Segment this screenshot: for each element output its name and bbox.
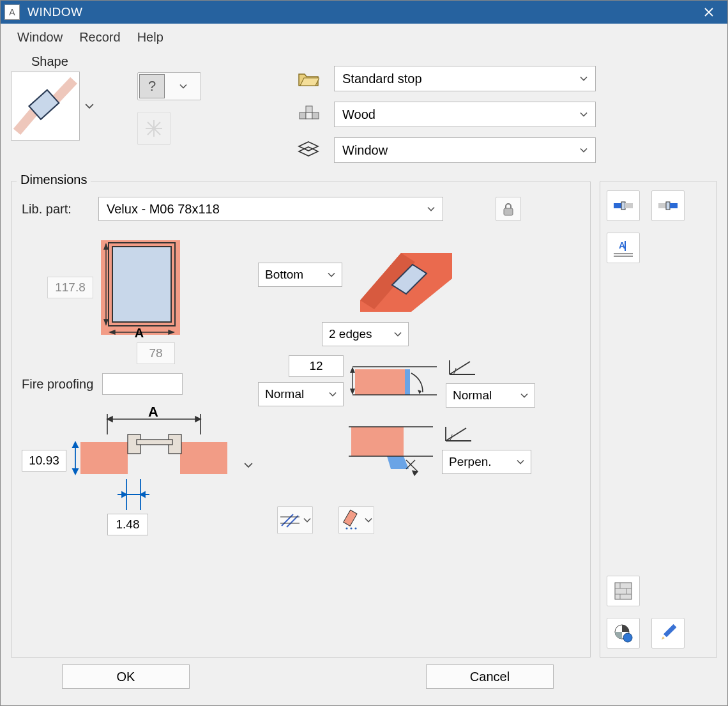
svg-rect-54 (625, 203, 633, 208)
svg-marker-71 (662, 636, 665, 640)
svg-marker-49 (387, 456, 409, 469)
chevron-down-icon (329, 392, 337, 397)
menubar: Window Record Help (1, 24, 727, 50)
chevron-down-icon (85, 103, 94, 109)
svg-rect-11 (504, 208, 513, 215)
edge-mode1-dropdown[interactable]: Normal (258, 382, 344, 406)
svg-rect-42 (355, 369, 407, 395)
svg-rect-56 (666, 202, 670, 210)
freeze-button[interactable] (137, 112, 171, 145)
dialog-window: A WINDOW Window Record Help Shape (0, 0, 728, 706)
material-value: Wood (342, 107, 375, 122)
svg-rect-26 (137, 440, 172, 445)
edge-top-diagram (350, 355, 439, 413)
menu-window[interactable]: Window (17, 30, 63, 45)
chevron-down-icon (328, 272, 335, 277)
layers-icon (294, 141, 322, 160)
lock-button[interactable] (496, 197, 521, 221)
svg-rect-23 (180, 442, 227, 474)
align-left-button[interactable] (607, 190, 640, 221)
question-icon: ? (139, 74, 165, 98)
lib-part-dropdown[interactable]: Velux - M06 78x118 (98, 197, 443, 221)
edge-mode1-value: Normal (265, 387, 304, 401)
edges-dropdown[interactable]: 2 edges (322, 322, 409, 346)
svg-marker-44 (355, 395, 406, 411)
brick-button[interactable] (607, 576, 640, 606)
svg-rect-10 (312, 112, 319, 119)
svg-rect-9 (306, 112, 312, 119)
reference-value: Bottom (265, 268, 303, 282)
stop-value: Standard stop (342, 72, 422, 86)
svg-rect-43 (405, 369, 410, 395)
svg-rect-57 (670, 203, 678, 208)
svg-text:A: A (148, 405, 158, 420)
svg-rect-53 (621, 202, 625, 210)
color-button[interactable] (607, 618, 640, 648)
titlebar: A WINDOW (1, 1, 727, 24)
edge-mode3-value: Perpen. (449, 455, 492, 469)
align-right-icon (657, 197, 679, 215)
layer-dropdown[interactable]: Window (334, 137, 596, 163)
reference-dropdown[interactable]: Bottom (258, 263, 342, 287)
label-button[interactable]: A (607, 233, 640, 263)
layer-value: Window (342, 143, 388, 158)
chevron-down-icon (244, 462, 253, 468)
fireproofing-label: Fire proofing (22, 377, 93, 392)
dimensions-group: Dimensions Lib. part: Velux - M06 78x118 (11, 181, 591, 658)
svg-rect-13 (112, 247, 171, 322)
svg-point-69 (623, 633, 632, 642)
menu-help[interactable]: Help (137, 30, 163, 45)
chevron-down-icon (580, 112, 588, 117)
pencil-button[interactable] (651, 618, 685, 648)
window-front-diagram: A (96, 236, 185, 339)
wall-depth-input[interactable] (22, 450, 66, 472)
chevron-down-icon (179, 84, 187, 89)
roof-perspective-icon (358, 236, 453, 313)
edges-value: 2 edges (329, 327, 372, 341)
chevron-down-icon (394, 332, 402, 337)
svg-rect-8 (300, 112, 306, 119)
svg-text:A: A (135, 326, 144, 339)
edge-mode2-dropdown[interactable]: Normal (446, 383, 535, 408)
edge-mode3-dropdown[interactable]: Perpen. (442, 450, 531, 474)
label-icon: A (612, 238, 634, 257)
section-dropdown-chevron[interactable] (239, 456, 258, 474)
shape-preview[interactable] (11, 72, 80, 141)
side-toolbar: A (600, 181, 717, 658)
chevron-down-icon (580, 148, 588, 153)
profile-icon (294, 105, 322, 124)
chevron-down-icon (517, 459, 524, 464)
align-left-icon (612, 197, 634, 215)
help-dropdown[interactable]: ? (137, 72, 201, 100)
stop-dropdown[interactable]: Standard stop (334, 66, 596, 91)
cancel-button[interactable]: Cancel (426, 664, 554, 689)
lib-part-label: Lib. part: (22, 202, 92, 217)
lib-part-value: Velux - M06 78x118 (107, 202, 220, 217)
chevron-down-icon (520, 393, 528, 398)
edge-dimension-input[interactable] (289, 355, 344, 377)
shape-dropdown-chevron[interactable] (80, 97, 99, 115)
skylight-shape-icon (11, 72, 79, 140)
svg-rect-7 (306, 106, 312, 112)
height-readout: 117.8 (47, 277, 93, 298)
offset-input[interactable] (107, 514, 148, 535)
shape-label: Shape (31, 54, 126, 69)
app-icon: A (4, 4, 20, 20)
window-title: WINDOW (27, 5, 82, 19)
close-icon (704, 8, 713, 17)
fireproofing-input[interactable] (102, 373, 183, 395)
svg-rect-70 (664, 624, 677, 637)
chevron-down-icon (580, 76, 588, 81)
material-dropdown[interactable]: Wood (334, 102, 596, 127)
color-wheel-icon (613, 623, 633, 643)
folder-icon (294, 70, 322, 87)
plan-section-diagram: A (66, 405, 239, 533)
ok-button[interactable]: OK (62, 664, 190, 689)
svg-rect-62 (615, 583, 632, 599)
align-right-button[interactable] (651, 190, 685, 221)
dimensions-legend: Dimensions (17, 173, 91, 187)
menu-record[interactable]: Record (79, 30, 120, 45)
svg-rect-52 (614, 203, 621, 208)
close-button[interactable] (694, 1, 724, 24)
svg-rect-22 (80, 442, 128, 474)
